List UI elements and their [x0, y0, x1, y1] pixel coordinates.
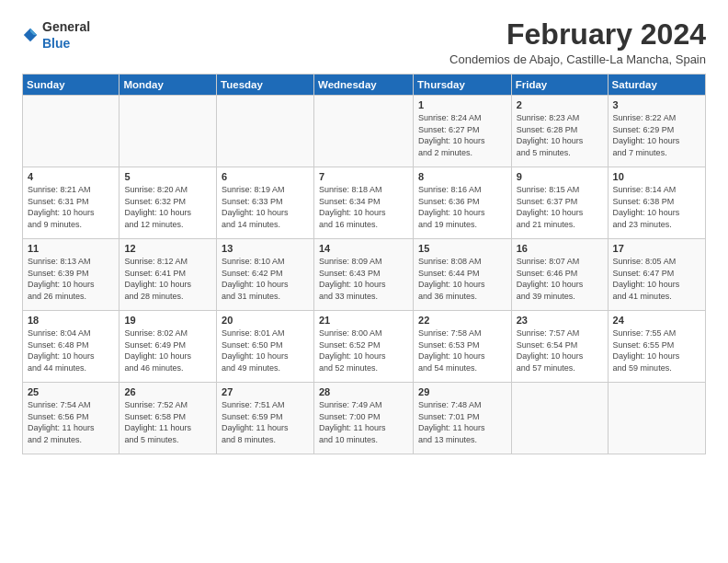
day-info: Sunrise: 8:00 AM Sunset: 6:52 PM Dayligh…	[319, 327, 408, 373]
day-number: 4	[28, 171, 114, 182]
weekday-header-thursday: Thursday	[414, 75, 512, 96]
calendar-cell: 17Sunrise: 8:05 AM Sunset: 6:47 PM Dayli…	[608, 239, 705, 311]
day-number: 16	[517, 243, 603, 254]
calendar-cell	[119, 96, 217, 167]
day-info: Sunrise: 8:20 AM Sunset: 6:32 PM Dayligh…	[124, 184, 211, 230]
title-block: February 2024 Condemios de Abajo, Castil…	[449, 18, 706, 66]
calendar-title: February 2024	[449, 18, 706, 51]
day-info: Sunrise: 7:58 AM Sunset: 6:53 PM Dayligh…	[418, 327, 506, 373]
weekday-header-wednesday: Wednesday	[313, 75, 413, 96]
day-info: Sunrise: 8:14 AM Sunset: 6:38 PM Dayligh…	[613, 184, 700, 230]
calendar-cell	[511, 383, 608, 454]
calendar-cell: 7Sunrise: 8:18 AM Sunset: 6:34 PM Daylig…	[313, 167, 413, 239]
day-number: 22	[418, 315, 506, 326]
logo: General Blue	[22, 18, 90, 52]
calendar-cell: 2Sunrise: 8:23 AM Sunset: 6:28 PM Daylig…	[511, 96, 608, 167]
day-info: Sunrise: 8:21 AM Sunset: 6:31 PM Dayligh…	[28, 184, 114, 230]
calendar-cell: 6Sunrise: 8:19 AM Sunset: 6:33 PM Daylig…	[217, 167, 314, 239]
calendar-cell: 28Sunrise: 7:49 AM Sunset: 7:00 PM Dayli…	[313, 383, 413, 454]
day-info: Sunrise: 8:12 AM Sunset: 6:41 PM Dayligh…	[124, 256, 211, 302]
calendar-cell: 4Sunrise: 8:21 AM Sunset: 6:31 PM Daylig…	[23, 167, 119, 239]
calendar-cell: 20Sunrise: 8:01 AM Sunset: 6:50 PM Dayli…	[217, 311, 314, 383]
day-number: 2	[517, 99, 603, 110]
day-number: 23	[517, 315, 603, 326]
day-info: Sunrise: 8:09 AM Sunset: 6:43 PM Dayligh…	[319, 256, 408, 302]
calendar-cell: 16Sunrise: 8:07 AM Sunset: 6:46 PM Dayli…	[511, 239, 608, 311]
calendar-cell: 15Sunrise: 8:08 AM Sunset: 6:44 PM Dayli…	[414, 239, 512, 311]
day-number: 27	[222, 386, 309, 397]
weekday-header-saturday: Saturday	[608, 75, 705, 96]
day-info: Sunrise: 7:49 AM Sunset: 7:00 PM Dayligh…	[319, 399, 408, 445]
day-info: Sunrise: 7:48 AM Sunset: 7:01 PM Dayligh…	[418, 399, 506, 445]
day-number: 25	[28, 386, 114, 397]
weekday-header-friday: Friday	[511, 75, 608, 96]
day-info: Sunrise: 8:24 AM Sunset: 6:27 PM Dayligh…	[418, 112, 506, 158]
calendar-cell: 1Sunrise: 8:24 AM Sunset: 6:27 PM Daylig…	[414, 96, 512, 167]
calendar-cell: 23Sunrise: 7:57 AM Sunset: 6:54 PM Dayli…	[511, 311, 608, 383]
day-number: 6	[222, 171, 309, 182]
calendar-cell: 19Sunrise: 8:02 AM Sunset: 6:49 PM Dayli…	[119, 311, 217, 383]
calendar-cell: 3Sunrise: 8:22 AM Sunset: 6:29 PM Daylig…	[608, 96, 705, 167]
calendar-subtitle: Condemios de Abajo, Castille-La Mancha, …	[449, 52, 706, 66]
calendar-cell: 29Sunrise: 7:48 AM Sunset: 7:01 PM Dayli…	[414, 383, 512, 454]
calendar-cell: 11Sunrise: 8:13 AM Sunset: 6:39 PM Dayli…	[23, 239, 119, 311]
day-number: 7	[319, 171, 408, 182]
calendar-cell: 21Sunrise: 8:00 AM Sunset: 6:52 PM Dayli…	[313, 311, 413, 383]
calendar-cell	[313, 96, 413, 167]
day-number: 8	[418, 171, 506, 182]
calendar-cell: 27Sunrise: 7:51 AM Sunset: 6:59 PM Dayli…	[217, 383, 314, 454]
day-info: Sunrise: 7:51 AM Sunset: 6:59 PM Dayligh…	[222, 399, 309, 445]
day-info: Sunrise: 8:16 AM Sunset: 6:36 PM Dayligh…	[418, 184, 506, 230]
day-info: Sunrise: 7:55 AM Sunset: 6:55 PM Dayligh…	[613, 327, 700, 373]
day-number: 29	[418, 386, 506, 397]
day-info: Sunrise: 8:23 AM Sunset: 6:28 PM Dayligh…	[517, 112, 603, 158]
calendar-cell: 13Sunrise: 8:10 AM Sunset: 6:42 PM Dayli…	[217, 239, 314, 311]
day-info: Sunrise: 7:54 AM Sunset: 6:56 PM Dayligh…	[28, 399, 114, 445]
day-info: Sunrise: 8:08 AM Sunset: 6:44 PM Dayligh…	[418, 256, 506, 302]
day-info: Sunrise: 7:57 AM Sunset: 6:54 PM Dayligh…	[517, 327, 603, 373]
day-info: Sunrise: 8:19 AM Sunset: 6:33 PM Dayligh…	[222, 184, 309, 230]
weekday-header-monday: Monday	[119, 75, 217, 96]
day-number: 14	[319, 243, 408, 254]
day-info: Sunrise: 8:05 AM Sunset: 6:47 PM Dayligh…	[613, 256, 700, 302]
calendar-table: SundayMondayTuesdayWednesdayThursdayFrid…	[22, 74, 706, 454]
calendar-cell: 22Sunrise: 7:58 AM Sunset: 6:53 PM Dayli…	[414, 311, 512, 383]
weekday-header-tuesday: Tuesday	[217, 75, 314, 96]
day-number: 15	[418, 243, 506, 254]
calendar-cell: 25Sunrise: 7:54 AM Sunset: 6:56 PM Dayli…	[23, 383, 119, 454]
day-number: 28	[319, 386, 408, 397]
day-number: 12	[124, 243, 211, 254]
day-info: Sunrise: 8:22 AM Sunset: 6:29 PM Dayligh…	[613, 112, 700, 158]
calendar-cell: 8Sunrise: 8:16 AM Sunset: 6:36 PM Daylig…	[414, 167, 512, 239]
calendar-cell: 14Sunrise: 8:09 AM Sunset: 6:43 PM Dayli…	[313, 239, 413, 311]
day-info: Sunrise: 8:10 AM Sunset: 6:42 PM Dayligh…	[222, 256, 309, 302]
calendar-cell: 5Sunrise: 8:20 AM Sunset: 6:32 PM Daylig…	[119, 167, 217, 239]
calendar-cell: 26Sunrise: 7:52 AM Sunset: 6:58 PM Dayli…	[119, 383, 217, 454]
day-number: 21	[319, 315, 408, 326]
day-info: Sunrise: 8:18 AM Sunset: 6:34 PM Dayligh…	[319, 184, 408, 230]
day-number: 9	[517, 171, 603, 182]
calendar-cell: 12Sunrise: 8:12 AM Sunset: 6:41 PM Dayli…	[119, 239, 217, 311]
day-number: 19	[124, 315, 211, 326]
logo-general: General	[42, 19, 90, 34]
day-info: Sunrise: 8:02 AM Sunset: 6:49 PM Dayligh…	[124, 327, 211, 373]
day-number: 13	[222, 243, 309, 254]
day-number: 24	[613, 315, 700, 326]
logo-blue: Blue	[42, 36, 70, 51]
calendar-cell	[23, 96, 119, 167]
calendar-cell: 9Sunrise: 8:15 AM Sunset: 6:37 PM Daylig…	[511, 167, 608, 239]
calendar-cell	[608, 383, 705, 454]
calendar-cell: 18Sunrise: 8:04 AM Sunset: 6:48 PM Dayli…	[23, 311, 119, 383]
logo-icon	[22, 27, 39, 43]
day-number: 18	[28, 315, 114, 326]
day-number: 17	[613, 243, 700, 254]
day-info: Sunrise: 8:04 AM Sunset: 6:48 PM Dayligh…	[28, 327, 114, 373]
day-info: Sunrise: 8:07 AM Sunset: 6:46 PM Dayligh…	[517, 256, 603, 302]
day-number: 20	[222, 315, 309, 326]
day-number: 10	[613, 171, 700, 182]
day-info: Sunrise: 8:15 AM Sunset: 6:37 PM Dayligh…	[517, 184, 603, 230]
calendar-cell	[217, 96, 314, 167]
day-number: 5	[124, 171, 211, 182]
day-info: Sunrise: 7:52 AM Sunset: 6:58 PM Dayligh…	[124, 399, 211, 445]
day-info: Sunrise: 8:01 AM Sunset: 6:50 PM Dayligh…	[222, 327, 309, 373]
